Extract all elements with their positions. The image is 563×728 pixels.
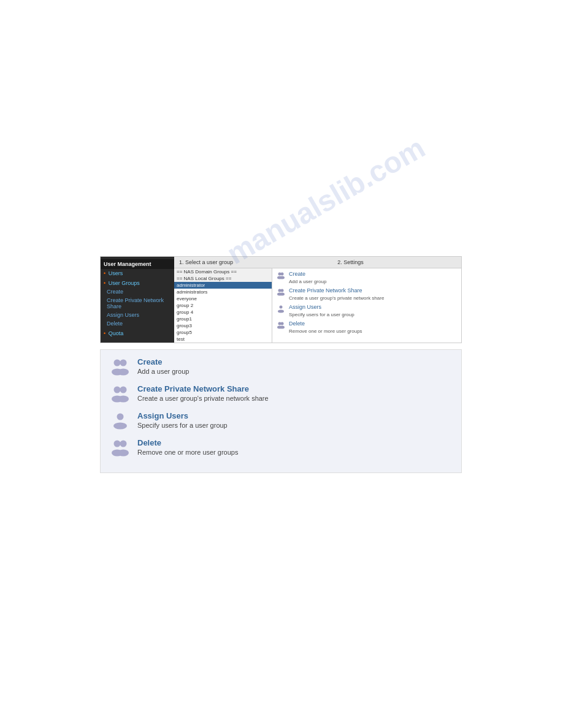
sidebar-item-create[interactable]: Create — [101, 287, 174, 296]
list-item[interactable]: == NAS Domain Groups == — [174, 268, 272, 275]
large-create-link[interactable]: Create — [137, 357, 451, 366]
list-item[interactable]: administrators — [174, 289, 272, 295]
svg-point-18 — [114, 387, 121, 393]
list-item[interactable]: test — [174, 336, 272, 343]
svg-point-14 — [114, 360, 121, 366]
delete-link[interactable]: Delete — [289, 320, 458, 327]
main-header: 1. Select a user group 2. Settings — [174, 257, 461, 268]
large-delete-item: Delete Remove one or more user groups — [110, 438, 451, 458]
watermark: manualslib.com — [221, 131, 431, 271]
svg-point-13 — [280, 326, 285, 329]
svg-point-23 — [113, 423, 127, 430]
sidebar-item-create-private[interactable]: Create Private Network Share — [101, 296, 174, 311]
svg-point-3 — [280, 276, 285, 279]
svg-point-24 — [114, 441, 121, 447]
large-private-link[interactable]: Create Private Network Share — [137, 384, 451, 393]
sidebar-usergroups-label: User Groups — [109, 280, 140, 286]
large-assign-desc: Specify users for a user group — [137, 422, 228, 429]
assign-users-icon — [276, 304, 286, 314]
large-assign-link[interactable]: Assign Users — [137, 411, 451, 420]
svg-point-7 — [280, 293, 285, 296]
large-delete-text: Delete Remove one or more user groups — [137, 438, 451, 456]
sidebar-item-quota[interactable]: • Quota — [101, 329, 174, 338]
bullet-icon3: • — [104, 330, 105, 336]
private-share-icon — [276, 287, 286, 297]
large-assign-icon — [110, 411, 130, 431]
list-item[interactable]: group 4 — [174, 309, 272, 316]
settings-create-text: Create Add a user group — [289, 271, 458, 284]
sidebar-users-label: Users — [109, 270, 123, 276]
sidebar-item-delete[interactable]: Delete — [101, 319, 174, 328]
private-share-link[interactable]: Create Private Network Share — [289, 287, 458, 294]
sidebar-quota-label: Quota — [109, 330, 124, 336]
list-item[interactable]: group 2 — [174, 302, 272, 309]
large-create-item: Create Add a user group — [110, 357, 451, 377]
svg-point-9 — [278, 310, 284, 313]
large-private-desc: Create a user group's private network sh… — [137, 395, 269, 402]
assign-users-desc: Specify users for a user group — [289, 312, 354, 317]
svg-point-22 — [117, 414, 124, 420]
list-item[interactable]: == NAS Local Groups == — [174, 275, 272, 282]
svg-point-5 — [281, 289, 284, 292]
settings-panel: Create Add a user group — [272, 268, 461, 343]
create-link[interactable]: Create — [289, 271, 458, 277]
large-private-icon — [110, 384, 130, 404]
settings-create-item: Create Add a user group — [276, 271, 458, 284]
svg-point-1 — [281, 273, 284, 276]
large-create-text: Create Add a user group — [137, 357, 451, 375]
assign-users-link[interactable]: Assign Users — [289, 304, 458, 310]
list-item[interactable]: administrator — [174, 282, 272, 289]
svg-point-11 — [281, 322, 284, 325]
large-delete-link[interactable]: Delete — [137, 438, 451, 447]
settings-assign-item: Assign Users Specify users for a user gr… — [276, 304, 458, 317]
content-area: == NAS Domain Groups == == NAS Local Gro… — [174, 268, 461, 343]
large-create-desc: Add a user group — [137, 368, 189, 375]
large-delete-desc: Remove one or more user groups — [137, 449, 238, 456]
svg-point-15 — [120, 360, 127, 366]
large-create-icon — [110, 357, 130, 377]
svg-point-25 — [120, 441, 127, 447]
sidebar-title: User Management — [101, 259, 174, 269]
delete-desc: Remove one or more user groups — [289, 328, 362, 334]
svg-point-17 — [118, 369, 129, 376]
settings-private-text: Create Private Network Share Create a us… — [289, 287, 458, 301]
large-assign-text: Assign Users Specify users for a user gr… — [137, 411, 451, 429]
sidebar-item-users[interactable]: • Users — [101, 269, 174, 278]
large-private-text: Create Private Network Share Create a us… — [137, 384, 451, 402]
private-share-desc: Create a user group's private network sh… — [289, 295, 384, 301]
settings-delete-item: Delete Remove one or more user groups — [276, 320, 458, 334]
svg-point-19 — [120, 387, 127, 393]
create-icon — [276, 271, 286, 281]
list-item[interactable]: group5 — [174, 329, 272, 336]
large-delete-icon — [110, 438, 130, 458]
sidebar-item-assign-users[interactable]: Assign Users — [101, 311, 174, 319]
main-content: 1. Select a user group 2. Settings == NA… — [174, 257, 461, 343]
create-desc: Add a user group — [289, 279, 326, 284]
list-item[interactable]: everyone — [174, 295, 272, 302]
svg-point-27 — [118, 450, 129, 457]
step1-header: 1. Select a user group — [174, 257, 332, 268]
group-list-panel: == NAS Domain Groups == == NAS Local Gro… — [174, 268, 272, 343]
sidebar-item-usergroups[interactable]: • User Groups — [101, 279, 174, 287]
sidebar: User Management • Users • User Groups Cr… — [101, 257, 174, 343]
large-panel: Create Add a user group Create Private N… — [100, 349, 462, 473]
list-item[interactable]: group3 — [174, 322, 272, 329]
svg-point-8 — [280, 306, 283, 309]
list-item[interactable]: group1 — [174, 316, 272, 322]
large-private-item: Create Private Network Share Create a us… — [110, 384, 451, 404]
small-ui-panel: User Management • Users • User Groups Cr… — [100, 256, 462, 343]
svg-point-21 — [118, 396, 129, 403]
delete-icon — [276, 320, 286, 330]
settings-delete-text: Delete Remove one or more user groups — [289, 320, 458, 334]
bullet-icon: • — [104, 270, 105, 276]
settings-private-item: Create Private Network Share Create a us… — [276, 287, 458, 301]
large-assign-item: Assign Users Specify users for a user gr… — [110, 411, 451, 431]
bullet-icon2: • — [104, 280, 105, 286]
step2-header: 2. Settings — [332, 257, 461, 268]
settings-assign-text: Assign Users Specify users for a user gr… — [289, 304, 458, 317]
